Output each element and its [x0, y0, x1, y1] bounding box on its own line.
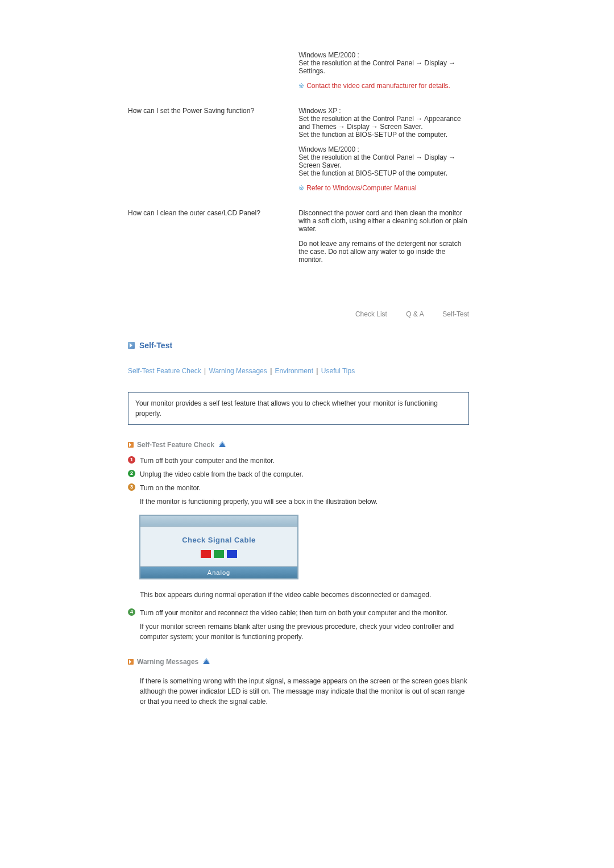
back-to-top-icon[interactable]	[219, 443, 226, 447]
illustration-titlebar	[140, 516, 297, 527]
step-1: 1 Turn off both your computer and the mo…	[128, 456, 469, 466]
qa-answer-paragraph: Disconnect the power cord and then clean…	[298, 209, 469, 233]
step-number-icon: 2	[128, 470, 135, 477]
subnav-warning-messages[interactable]: Warning Messages	[209, 367, 267, 375]
subsection-title: Warning Messages	[137, 658, 198, 666]
step-text: Turn off your monitor and reconnect the …	[140, 608, 469, 618]
qa-row-power-saving: How can I set the Power Saving function?…	[128, 107, 469, 199]
qa-answer: Windows XP : Set the resolution at the C…	[298, 107, 469, 199]
qa-answer-paragraph: Do not leave any remains of the detergen…	[298, 240, 469, 264]
intro-box: Your monitor provides a self test featur…	[128, 392, 469, 425]
illustration-body: Check Signal Cable	[140, 527, 297, 566]
back-to-top-icon[interactable]	[203, 660, 210, 664]
illustration-caption: This box appears during normal operation…	[140, 590, 469, 600]
color-green-icon	[214, 550, 224, 558]
section-arrow-icon	[128, 342, 135, 349]
illustration-panel: Check Signal Cable Analog	[139, 515, 298, 579]
separator: |	[270, 367, 272, 375]
qa-question-empty	[128, 51, 298, 97]
subnav-environment[interactable]: Environment	[275, 367, 313, 375]
steps-list-continued: 4 Turn off your monitor and reconnect th…	[128, 608, 469, 618]
qa-answer-note: ※Contact the video card manufacturer for…	[298, 82, 469, 90]
step-4-follow-text: If your monitor screen remains blank aft…	[140, 621, 469, 642]
reference-mark-icon: ※	[298, 184, 304, 192]
step-number-icon: 4	[128, 608, 135, 616]
tab-qa[interactable]: Q & A	[406, 310, 424, 318]
qa-answer-previous: Windows ME/2000 : Set the resolution at …	[298, 51, 469, 97]
qa-answer-note: ※Refer to Windows/Computer Manual	[298, 184, 469, 192]
qa-row-previous: Windows ME/2000 : Set the resolution at …	[128, 51, 469, 97]
section-header-self-test: Self-Test	[128, 341, 469, 350]
qa-row-cleaning: How can I clean the outer case/LCD Panel…	[128, 209, 469, 270]
self-test-illustration: Check Signal Cable Analog	[139, 515, 298, 579]
step-text: Unplug the video cable from the back of …	[140, 469, 469, 479]
subsection-warning-messages: Warning Messages	[128, 658, 469, 666]
qa-answer-paragraph: Windows ME/2000 : Set the resolution at …	[298, 145, 469, 177]
separator: |	[316, 367, 318, 375]
subsection-bullet-icon	[128, 659, 134, 665]
step-3-follow-text: If the monitor is functioning properly, …	[140, 496, 469, 507]
step-number-icon: 1	[128, 456, 135, 464]
tabs-row: Check List Q & A Self-Test	[128, 310, 469, 318]
tab-check-list[interactable]: Check List	[355, 310, 387, 318]
subnav: Self-Test Feature Check | Warning Messag…	[128, 367, 469, 375]
illustration-message: Check Signal Cable	[182, 536, 256, 544]
illustration-footer: Analog	[140, 566, 297, 578]
step-3: 3 Turn on the monitor.	[128, 483, 469, 493]
step-number-icon: 3	[128, 483, 135, 491]
subsection-bullet-icon	[128, 442, 134, 448]
subsection-title: Self-Test Feature Check	[137, 441, 214, 449]
qa-question: How can I set the Power Saving function?	[128, 107, 298, 199]
step-2: 2 Unplug the video cable from the back o…	[128, 469, 469, 479]
subnav-self-test-feature-check[interactable]: Self-Test Feature Check	[128, 367, 201, 375]
tab-self-test[interactable]: Self-Test	[442, 310, 469, 318]
step-text: Turn on the monitor.	[140, 483, 469, 493]
subsection-self-test-feature-check: Self-Test Feature Check	[128, 441, 469, 449]
qa-answer-paragraph: Windows XP : Set the resolution at the C…	[298, 107, 469, 139]
qa-answer: Disconnect the power cord and then clean…	[298, 209, 469, 270]
reference-mark-icon: ※	[298, 82, 304, 90]
separator: |	[204, 367, 206, 375]
step-4: 4 Turn off your monitor and reconnect th…	[128, 608, 469, 618]
warning-text: If there is something wrong with the inp…	[140, 676, 469, 707]
step-text: Turn off both your computer and the moni…	[140, 456, 469, 466]
section-title: Self-Test	[139, 341, 172, 350]
illustration-color-squares	[201, 550, 237, 558]
qa-answer-paragraph: Windows ME/2000 : Set the resolution at …	[298, 51, 469, 75]
subnav-useful-tips[interactable]: Useful Tips	[321, 367, 355, 375]
color-blue-icon	[227, 550, 237, 558]
color-red-icon	[201, 550, 211, 558]
qa-question: How can I clean the outer case/LCD Panel…	[128, 209, 298, 270]
steps-list: 1 Turn off both your computer and the mo…	[128, 456, 469, 493]
